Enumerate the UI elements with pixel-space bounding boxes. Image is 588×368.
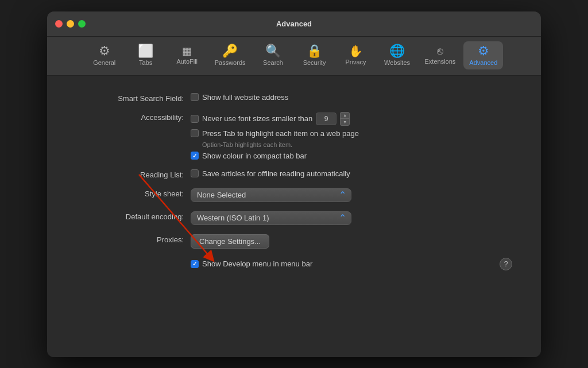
reading-list-label: Reading List: [76,169,191,179]
toolbar: ⚙ General ⬜ Tabs ▦ AutoFill 🔑 Passwords … [47,37,541,76]
press-tab-checkbox[interactable] [191,129,199,137]
font-size-row: Never use font sizes smaller than ▲ ▼ [191,112,512,126]
default-encoding-chevron-icon: ⌃ [339,214,346,223]
close-button[interactable] [55,20,63,28]
tab-advanced-label: Advanced [469,59,497,66]
font-size-up[interactable]: ▲ [341,113,349,119]
style-sheet-label: Style sheet: [76,188,191,198]
style-sheet-value: None Selected [197,191,339,199]
change-settings-button[interactable]: Change Settings... [191,234,269,249]
show-full-address-container: Show full website address [191,93,512,102]
save-articles-container: Save articles for offline reading automa… [191,169,512,178]
default-encoding-controls: Western (ISO Latin 1) ⌃ [191,211,512,225]
help-button[interactable]: ? [500,258,512,270]
show-colour-checkbox[interactable] [191,152,199,160]
advanced-icon: ⚙ [478,45,489,57]
reading-list-controls: Save articles for offline reading automa… [191,169,512,178]
tab-passwords[interactable]: 🔑 Passwords [209,41,252,69]
passwords-icon: 🔑 [222,45,238,57]
content-area: Smart Search Field: Show full website ad… [47,76,541,357]
security-icon: 🔒 [307,45,322,57]
tab-websites[interactable]: 🌐 Websites [378,41,417,69]
show-colour-label: Show colour in compact tab bar [202,152,307,160]
show-develop-label: Show Develop menu in menu bar [202,259,312,268]
smart-search-label: Smart Search Field: [76,93,191,103]
tabs-icon: ⬜ [138,45,153,57]
font-size-arrows: ▲ ▼ [340,112,350,126]
proxies-label: Proxies: [76,234,191,244]
style-sheet-chevron-icon: ⌃ [339,191,346,200]
show-full-address-label: Show full website address [202,93,288,102]
accessibility-label: Accessibility: [76,112,191,122]
tab-autofill[interactable]: ▦ AutoFill [168,42,207,68]
press-tab-label: Press Tab to highlight each item on a we… [202,129,359,138]
privacy-icon: ✋ [349,45,363,57]
save-articles-checkbox[interactable] [191,169,199,177]
default-encoding-label: Default encoding: [76,211,191,221]
style-sheet-select[interactable]: None Selected ⌃ [191,188,351,202]
tab-tabs-label: Tabs [139,59,152,66]
press-tab-container: Press Tab to highlight each item on a we… [191,129,512,138]
traffic-lights [55,20,86,28]
tab-privacy[interactable]: ✋ Privacy [336,42,376,69]
window-title: Advanced [276,20,312,28]
fullscreen-button[interactable] [78,20,86,28]
tab-search[interactable]: 🔍 Search [254,41,293,69]
tab-privacy-label: Privacy [345,59,366,65]
font-size-checkbox[interactable] [191,115,199,123]
tab-search-label: Search [263,59,283,66]
smart-search-controls: Show full website address [191,93,512,102]
autofill-icon: ▦ [182,46,192,56]
font-size-down[interactable]: ▼ [341,119,349,125]
general-icon: ⚙ [99,45,110,57]
minimize-button[interactable] [67,20,74,28]
reading-list-row: Reading List: Save articles for offline … [76,169,512,179]
font-size-stepper: ▲ ▼ [316,112,350,126]
tab-security[interactable]: 🔒 Security [295,41,334,69]
tab-security-label: Security [303,59,326,66]
show-full-address-checkbox[interactable] [191,93,199,101]
accessibility-row: Accessibility: Never use font sizes smal… [76,112,512,160]
smart-search-field-row: Smart Search Field: Show full website ad… [76,93,512,103]
extensions-icon: ⎋ [437,46,443,56]
tab-tabs[interactable]: ⬜ Tabs [126,41,165,69]
tab-general-label: General [93,59,115,66]
option-tab-hint: Option-Tab highlights each item. [202,141,512,148]
websites-icon: 🌐 [389,45,405,57]
default-encoding-value: Western (ISO Latin 1) [197,214,339,222]
show-develop-row: Proxies: Show Develop menu in menu bar ? [76,258,512,270]
accessibility-controls: Never use font sizes smaller than ▲ ▼ Pr… [191,112,512,160]
tab-extensions[interactable]: ⎋ Extensions [419,42,462,68]
font-size-label: Never use font sizes smaller than [202,114,312,123]
main-window: Advanced ⚙ General ⬜ Tabs ▦ AutoFill 🔑 P… [47,11,541,357]
proxies-controls: Change Settings... [191,234,512,249]
tab-general[interactable]: ⚙ General [85,41,124,69]
proxies-row: Proxies: Change Settings... [76,234,512,249]
show-develop-checkbox[interactable] [191,260,199,268]
font-size-input[interactable] [316,113,336,125]
default-encoding-row: Default encoding: Western (ISO Latin 1) … [76,211,512,225]
style-sheet-controls: None Selected ⌃ [191,188,512,202]
tab-passwords-label: Passwords [215,59,246,66]
style-sheet-row: Style sheet: None Selected ⌃ [76,188,512,202]
tab-advanced[interactable]: ⚙ Advanced [463,41,503,69]
titlebar: Advanced [47,11,541,37]
tab-websites-label: Websites [384,59,410,66]
show-develop-controls: Show Develop menu in menu bar ? [191,258,512,270]
tab-autofill-label: AutoFill [176,58,198,65]
show-develop-container: Show Develop menu in menu bar [191,259,496,268]
search-icon: 🔍 [265,45,281,57]
save-articles-label: Save articles for offline reading automa… [202,169,350,178]
tab-extensions-label: Extensions [425,58,456,65]
show-colour-container: Show colour in compact tab bar [191,152,512,160]
default-encoding-select[interactable]: Western (ISO Latin 1) ⌃ [191,211,351,225]
